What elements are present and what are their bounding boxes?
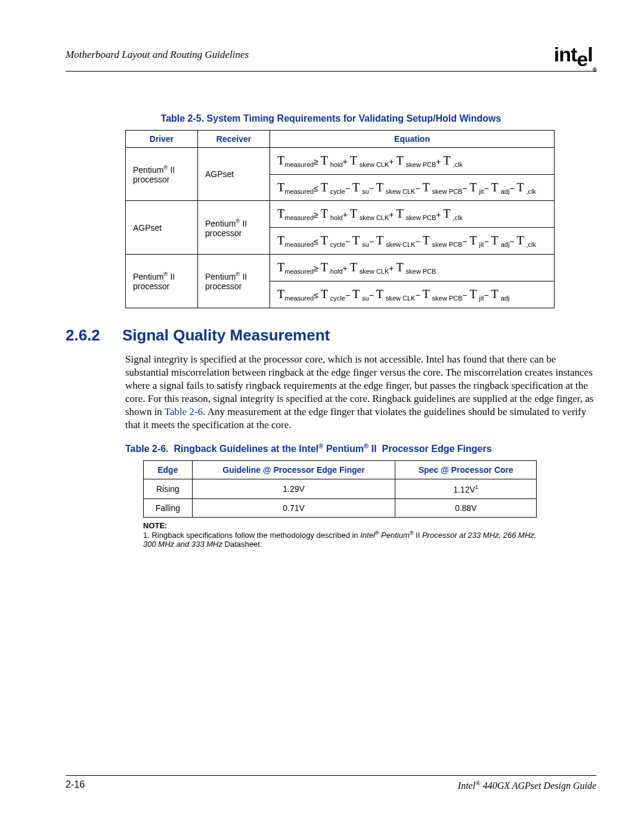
t6-h-guideline: Guideline @ Processor Edge Finger bbox=[192, 461, 395, 479]
table-2-6-link[interactable]: Table 2-6 bbox=[165, 406, 203, 417]
t5-h-receiver: Receiver bbox=[198, 130, 270, 147]
header-rule bbox=[66, 71, 596, 72]
t6-edge: Rising bbox=[144, 479, 193, 499]
table-2-5-caption: Table 2-5. System Timing Requirements fo… bbox=[66, 113, 596, 124]
table-2-6-note: NOTE: 1. Ringback specifications follow … bbox=[143, 521, 537, 549]
t5-driver: Pentium® II processor bbox=[126, 147, 198, 201]
t5-h-equation: Equation bbox=[270, 130, 555, 147]
table-2-6: Edge Guideline @ Processor Edge Finger S… bbox=[143, 460, 537, 518]
header-section-title: Motherboard Layout and Routing Guideline… bbox=[66, 49, 249, 61]
t6-h-spec: Spec @ Processor Core bbox=[395, 461, 537, 479]
section-paragraph: Signal integrity is specified at the pro… bbox=[125, 353, 596, 432]
t6-edge: Falling bbox=[144, 499, 193, 518]
t6-spec: 0.88V bbox=[395, 499, 537, 518]
page-footer: 2-16 Intel® 440GX AGPset Design Guide bbox=[66, 775, 596, 791]
t5-equation: Tmeasured≥ T hold+ T skew CLK+ T skew PC… bbox=[270, 147, 555, 174]
table-2-6-caption: Table 2-6. Ringback Guidelines at the In… bbox=[125, 442, 596, 454]
section-number: 2.6.2 bbox=[66, 326, 122, 345]
table-2-5: Driver Receiver Equation Pentium® II pro… bbox=[125, 130, 555, 308]
section-title: Signal Quality Measurement bbox=[122, 326, 330, 344]
t5-driver: AGPset bbox=[126, 201, 198, 255]
t6-h-edge: Edge bbox=[144, 461, 193, 479]
intel-logo: intel® bbox=[554, 43, 596, 67]
t5-receiver: Pentium® II processor bbox=[198, 201, 270, 255]
footer-doc-title: Intel® 440GX AGPset Design Guide bbox=[458, 779, 596, 791]
t5-equation: Tmeasured≥ T hold+ T skew CLK+ T skew PC… bbox=[270, 254, 555, 281]
t6-spec: 1.12V1 bbox=[395, 479, 537, 499]
t5-equation: Tmeasured≥ T hold+ T skew CLK+ T skew PC… bbox=[270, 201, 555, 228]
t5-equation: Tmeasured≤ T cycle− T su− T skew CLK− T … bbox=[270, 174, 555, 201]
t6-guideline: 1.29V bbox=[192, 479, 395, 499]
t5-receiver: AGPset bbox=[198, 147, 270, 201]
t5-equation: Tmeasured≤ T cycle− T su− T skew CLK− T … bbox=[270, 281, 555, 308]
footer-page-number: 2-16 bbox=[66, 779, 85, 791]
t5-driver: Pentium® II processor bbox=[126, 254, 198, 308]
section-heading: 2.6.2Signal Quality Measurement bbox=[66, 326, 596, 345]
t5-receiver: Pentium® II processor bbox=[198, 254, 270, 308]
t5-equation: Tmeasured≤ T cycle− T su− T skew CLK− T … bbox=[270, 228, 555, 255]
page-header: Motherboard Layout and Routing Guideline… bbox=[66, 43, 596, 71]
t5-h-driver: Driver bbox=[126, 130, 198, 147]
t6-guideline: 0.71V bbox=[192, 499, 395, 518]
